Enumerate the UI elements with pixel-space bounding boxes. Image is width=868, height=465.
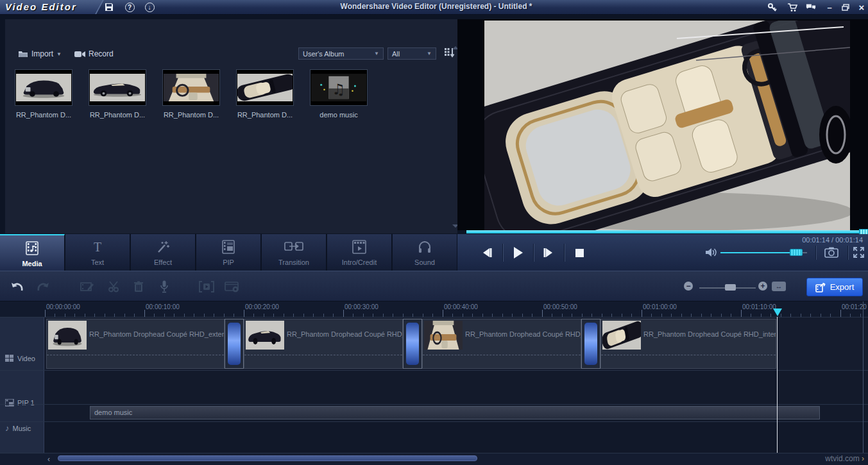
feedback-button[interactable] xyxy=(806,2,816,12)
tab-effect[interactable]: Effect xyxy=(131,234,196,271)
clip-properties-button[interactable] xyxy=(225,279,240,294)
save-button[interactable] xyxy=(104,2,114,12)
previous-frame-button[interactable] xyxy=(473,243,501,262)
transition-block[interactable] xyxy=(225,319,244,369)
timeline-toolbar: − + ↔ Export xyxy=(0,271,868,301)
close-button[interactable]: × xyxy=(855,1,868,13)
media-item[interactable]: RR_Phantom D... xyxy=(156,69,226,119)
transition-block[interactable] xyxy=(403,319,422,369)
music-clip[interactable]: demo music xyxy=(90,406,820,419)
stop-button[interactable] xyxy=(565,243,593,262)
filter-dropdown[interactable]: All ▼ xyxy=(387,47,436,60)
preview-video-frame xyxy=(484,21,850,230)
transition-icon xyxy=(584,323,597,365)
export-button[interactable]: Export xyxy=(806,278,863,296)
redo-button[interactable] xyxy=(36,279,51,294)
close-icon: × xyxy=(859,2,865,13)
tab-text[interactable]: T Text xyxy=(65,234,130,271)
tab-pip[interactable]: PIP xyxy=(196,234,261,271)
clip-label: RR_Phantom Drophead Coupé RHD_in xyxy=(465,330,581,338)
svg-text:♫: ♫ xyxy=(332,80,345,97)
media-thumbnail xyxy=(236,69,294,106)
timeline-video-clip-2[interactable]: RR_Phantom Drophead Coupé RHD_e xyxy=(244,319,403,369)
media-film-icon xyxy=(0,241,64,255)
media-item-label: RR_Phantom D... xyxy=(230,111,300,119)
split-scissors-button[interactable] xyxy=(106,279,122,294)
record-label: Record xyxy=(89,49,114,58)
media-item[interactable]: RR_Phantom D... xyxy=(8,69,79,119)
download-button[interactable]: ↓ xyxy=(144,2,155,12)
download-icon: ↓ xyxy=(145,3,155,12)
restore-button[interactable] xyxy=(839,1,852,13)
transition-icon xyxy=(262,240,326,254)
media-item[interactable]: RR_Phantom D... xyxy=(230,69,300,119)
tab-sound[interactable]: Sound xyxy=(393,234,457,271)
record-button[interactable]: Record xyxy=(74,47,114,60)
titlebar: Video Editor ? ↓ Wondershare Video Edito… xyxy=(0,0,868,15)
scroll-left-arrow[interactable]: ‹ xyxy=(47,455,50,464)
zoom-fit-button[interactable]: ↔ xyxy=(772,282,786,291)
help-button[interactable]: ? xyxy=(124,2,135,12)
undo-button[interactable] xyxy=(9,279,24,294)
timeline-video-clip-3[interactable]: RR_Phantom Drophead Coupé RHD_in xyxy=(422,319,581,369)
record-voiceover-button[interactable] xyxy=(157,279,172,294)
delete-button[interactable] xyxy=(131,279,146,294)
clip-label: RR_Phantom Drophead Coupé RHD_e xyxy=(287,330,403,338)
divider xyxy=(0,421,868,422)
divider xyxy=(0,317,868,317)
timeline-video-clip-1[interactable]: RR_Phantom Drophead Coupé RHD_exterior xyxy=(46,319,225,369)
watermark: wtvid.com › xyxy=(825,454,864,463)
clip-divider xyxy=(47,355,224,355)
edit-clip-button[interactable] xyxy=(80,279,95,294)
chevron-down-icon: ▼ xyxy=(56,51,62,57)
tab-intro-credit[interactable]: Intro/Credit xyxy=(327,234,392,271)
clip-thumbnail xyxy=(246,321,284,350)
pip-track-lane xyxy=(44,371,868,404)
playhead-line[interactable] xyxy=(777,317,778,453)
timeline-video-clip-4[interactable]: RR_Phantom Drophead Coupé RHD_inter... xyxy=(600,319,776,369)
export-label: Export xyxy=(830,282,855,292)
next-frame-button[interactable] xyxy=(534,243,563,262)
register-key-button[interactable] xyxy=(767,2,777,12)
film-settings-icon xyxy=(225,281,240,292)
media-item[interactable]: ♫ demo music xyxy=(303,69,374,119)
previous-frame-icon xyxy=(481,248,493,258)
app-logo: Video Editor xyxy=(5,1,77,12)
fullscreen-button[interactable] xyxy=(853,247,864,258)
import-button[interactable]: Import ▼ xyxy=(18,47,62,60)
music-track-lane: demo music xyxy=(44,405,868,421)
transition-block[interactable] xyxy=(581,319,600,369)
fullscreen-icon xyxy=(853,247,864,258)
clip-thumbnail xyxy=(424,321,463,350)
chevron-down-icon: ▼ xyxy=(427,51,432,56)
preview-seekbar[interactable] xyxy=(466,230,868,233)
track-label: Music xyxy=(13,425,31,432)
playhead-handle[interactable] xyxy=(773,309,782,316)
timeline-ruler[interactable]: 00:00:00:00 00:00:10:00 00:00:20:00 00:0… xyxy=(0,301,868,317)
scrollbar-thumb[interactable] xyxy=(58,455,477,461)
volume-button[interactable] xyxy=(705,248,717,257)
track-header-pip: PIP 1 xyxy=(5,399,35,407)
volume-slider-handle[interactable] xyxy=(790,249,803,256)
headphones-icon xyxy=(393,240,457,254)
zoom-out-button[interactable]: − xyxy=(684,282,693,291)
media-item-label: RR_Phantom D... xyxy=(156,111,226,119)
purchase-cart-button[interactable] xyxy=(787,2,797,12)
zoom-slider-handle[interactable] xyxy=(725,284,736,291)
album-dropdown[interactable]: User's Album ▼ xyxy=(298,47,384,60)
tab-media[interactable]: Media xyxy=(0,234,65,271)
time-display: 00:01:14 / 00:01:14 xyxy=(802,236,863,244)
zoom-in-button[interactable]: + xyxy=(758,282,767,291)
car-interior-thumb-image xyxy=(164,74,219,101)
snapshot-button[interactable] xyxy=(824,247,838,258)
car-side-thumb-image xyxy=(90,74,145,101)
video-camera-icon xyxy=(74,51,85,58)
scene-detect-button[interactable] xyxy=(199,279,214,294)
play-button[interactable] xyxy=(504,243,532,262)
tab-intro-credit-label: Intro/Credit xyxy=(342,258,377,266)
minimize-button[interactable]: – xyxy=(823,1,836,13)
chat-bubbles-icon xyxy=(806,3,816,12)
tab-transition[interactable]: Transition xyxy=(262,234,327,271)
media-item[interactable]: RR_Phantom D... xyxy=(82,69,153,119)
ruler-label: 00:00:30:00 xyxy=(345,303,379,310)
